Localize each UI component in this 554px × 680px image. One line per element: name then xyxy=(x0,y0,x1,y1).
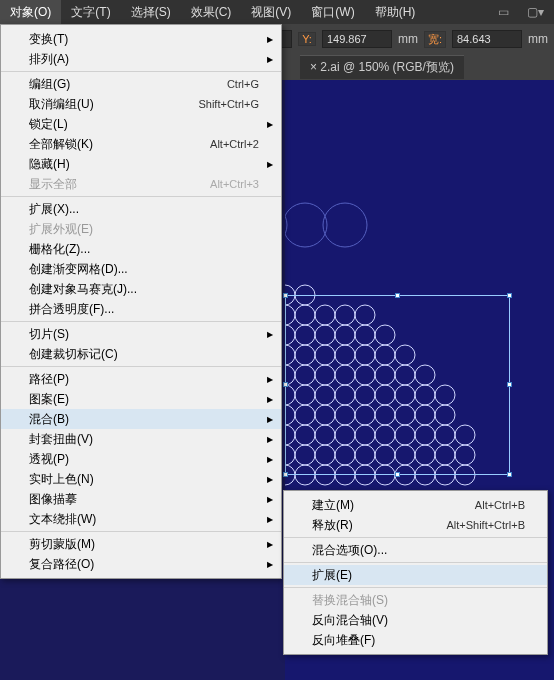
menu-item-label: 全部解锁(K) xyxy=(29,136,210,153)
svg-point-2 xyxy=(323,203,367,247)
menu-item-label: 编组(G) xyxy=(29,76,227,93)
menubar: 对象(O) 文字(T) 选择(S) 效果(C) 视图(V) 窗口(W) 帮助(H… xyxy=(0,0,554,24)
object-menu-item-2-2[interactable]: 栅格化(Z)... xyxy=(1,239,281,259)
menu-item-label: 显示全部 xyxy=(29,176,210,193)
menu-item-label: 路径(P) xyxy=(29,371,259,388)
handle-tl[interactable] xyxy=(283,293,288,298)
submenu-arrow-icon: ▶ xyxy=(267,435,273,444)
menu-item-label: 图案(E) xyxy=(29,391,259,408)
submenu-arrow-icon: ▶ xyxy=(267,35,273,44)
tab-label: 2.ai @ 150% (RGB/预览) xyxy=(320,60,454,74)
handle-br[interactable] xyxy=(507,472,512,477)
menu-item-label: 反向混合轴(V) xyxy=(312,612,525,629)
object-menu-item-4-1[interactable]: 图案(E)▶ xyxy=(1,389,281,409)
menu-shortcut: Ctrl+G xyxy=(227,78,259,90)
menu-select[interactable]: 选择(S) xyxy=(121,0,181,24)
blend-submenu-item-3-1[interactable]: 反向混合轴(V) xyxy=(284,610,547,630)
submenu-arrow-icon: ▶ xyxy=(267,495,273,504)
object-menu-item-0-1[interactable]: 排列(A)▶ xyxy=(1,49,281,69)
toolbar-icon-1[interactable]: ▭ xyxy=(498,5,509,19)
submenu-arrow-icon: ▶ xyxy=(267,330,273,339)
object-menu-item-5-0[interactable]: 剪切蒙版(M)▶ xyxy=(1,534,281,554)
submenu-arrow-icon: ▶ xyxy=(267,160,273,169)
svg-point-1 xyxy=(285,203,327,247)
handle-ml[interactable] xyxy=(283,382,288,387)
object-menu-item-1-0[interactable]: 编组(G)Ctrl+G xyxy=(1,74,281,94)
object-menu-item-4-6[interactable]: 图像描摹▶ xyxy=(1,489,281,509)
menu-item-label: 剪切蒙版(M) xyxy=(29,536,259,553)
object-menu-item-2-0[interactable]: 扩展(X)... xyxy=(1,199,281,219)
submenu-arrow-icon: ▶ xyxy=(267,475,273,484)
menu-shortcut: Alt+Ctrl+3 xyxy=(210,178,259,190)
object-menu-item-1-1[interactable]: 取消编组(U)Shift+Ctrl+G xyxy=(1,94,281,114)
object-menu-item-1-2[interactable]: 锁定(L)▶ xyxy=(1,114,281,134)
blend-submenu-item-0-0[interactable]: 建立(M)Alt+Ctrl+B xyxy=(284,495,547,515)
object-menu-item-4-2[interactable]: 混合(B)▶ xyxy=(1,409,281,429)
menu-view[interactable]: 视图(V) xyxy=(241,0,301,24)
menu-item-label: 取消编组(U) xyxy=(29,96,198,113)
submenu-arrow-icon: ▶ xyxy=(267,55,273,64)
menu-item-label: 混合选项(O)... xyxy=(312,542,525,559)
w-label: 宽: xyxy=(424,31,446,48)
object-menu-item-5-1[interactable]: 复合路径(O)▶ xyxy=(1,554,281,574)
object-menu-item-3-0[interactable]: 切片(S)▶ xyxy=(1,324,281,344)
menu-text[interactable]: 文字(T) xyxy=(61,0,120,24)
w-value[interactable]: 84.643 xyxy=(452,30,522,48)
object-menu-item-2-3[interactable]: 创建渐变网格(D)... xyxy=(1,259,281,279)
handle-bc[interactable] xyxy=(395,472,400,477)
object-menu-dropdown: 变换(T)▶排列(A)▶编组(G)Ctrl+G取消编组(U)Shift+Ctrl… xyxy=(0,24,282,579)
handle-tr[interactable] xyxy=(507,293,512,298)
svg-point-0 xyxy=(285,203,287,247)
menu-item-label: 反向堆叠(F) xyxy=(312,632,525,649)
y-label: Y: xyxy=(298,32,316,46)
menu-item-label: 变换(T) xyxy=(29,31,259,48)
blend-submenu-item-1-0[interactable]: 混合选项(O)... xyxy=(284,540,547,560)
object-menu-item-2-4[interactable]: 创建对象马赛克(J)... xyxy=(1,279,281,299)
y-value[interactable]: 149.867 xyxy=(322,30,392,48)
menu-object[interactable]: 对象(O) xyxy=(0,0,61,24)
object-menu-item-4-3[interactable]: 封套扭曲(V)▶ xyxy=(1,429,281,449)
menu-item-label: 切片(S) xyxy=(29,326,259,343)
blend-submenu: 建立(M)Alt+Ctrl+B释放(R)Alt+Shift+Ctrl+B混合选项… xyxy=(283,490,548,655)
submenu-arrow-icon: ▶ xyxy=(267,375,273,384)
blend-submenu-item-0-1[interactable]: 释放(R)Alt+Shift+Ctrl+B xyxy=(284,515,547,535)
menu-item-label: 扩展外观(E) xyxy=(29,221,259,238)
menu-item-label: 栅格化(Z)... xyxy=(29,241,259,258)
object-menu-item-4-5[interactable]: 实时上色(N)▶ xyxy=(1,469,281,489)
menu-item-label: 创建裁切标记(C) xyxy=(29,346,259,363)
menu-item-label: 替换混合轴(S) xyxy=(312,592,525,609)
object-menu-item-2-5[interactable]: 拼合透明度(F)... xyxy=(1,299,281,319)
submenu-arrow-icon: ▶ xyxy=(267,120,273,129)
tab-close-icon[interactable]: × xyxy=(310,60,317,74)
submenu-arrow-icon: ▶ xyxy=(267,560,273,569)
menu-window[interactable]: 窗口(W) xyxy=(301,0,364,24)
handle-tc[interactable] xyxy=(395,293,400,298)
handle-mr[interactable] xyxy=(507,382,512,387)
object-menu-item-4-0[interactable]: 路径(P)▶ xyxy=(1,369,281,389)
object-menu-item-1-5: 显示全部Alt+Ctrl+3 xyxy=(1,174,281,194)
toolbar-icon-2[interactable]: ▢▾ xyxy=(527,5,544,19)
object-menu-item-2-1: 扩展外观(E) xyxy=(1,219,281,239)
object-menu-item-4-7[interactable]: 文本绕排(W)▶ xyxy=(1,509,281,529)
menu-item-label: 扩展(E) xyxy=(312,567,525,584)
blend-submenu-item-3-0: 替换混合轴(S) xyxy=(284,590,547,610)
menu-item-label: 文本绕排(W) xyxy=(29,511,259,528)
menu-item-label: 创建渐变网格(D)... xyxy=(29,261,259,278)
blend-submenu-item-3-2[interactable]: 反向堆叠(F) xyxy=(284,630,547,650)
menu-item-label: 释放(R) xyxy=(312,517,446,534)
object-menu-item-4-4[interactable]: 透视(P)▶ xyxy=(1,449,281,469)
object-menu-item-1-3[interactable]: 全部解锁(K)Alt+Ctrl+2 xyxy=(1,134,281,154)
menu-effect[interactable]: 效果(C) xyxy=(181,0,242,24)
menu-shortcut: Alt+Shift+Ctrl+B xyxy=(446,519,525,531)
object-menu-item-3-1[interactable]: 创建裁切标记(C) xyxy=(1,344,281,364)
menu-item-label: 拼合透明度(F)... xyxy=(29,301,259,318)
mm-2: mm xyxy=(528,32,548,46)
object-menu-item-1-4[interactable]: 隐藏(H)▶ xyxy=(1,154,281,174)
handle-bl[interactable] xyxy=(283,472,288,477)
document-tab[interactable]: × 2.ai @ 150% (RGB/预览) xyxy=(300,55,464,79)
object-menu-item-0-0[interactable]: 变换(T)▶ xyxy=(1,29,281,49)
blend-submenu-item-2-0[interactable]: 扩展(E) xyxy=(284,565,547,585)
menu-item-label: 图像描摹 xyxy=(29,491,259,508)
menu-item-label: 封套扭曲(V) xyxy=(29,431,259,448)
menu-help[interactable]: 帮助(H) xyxy=(365,0,426,24)
